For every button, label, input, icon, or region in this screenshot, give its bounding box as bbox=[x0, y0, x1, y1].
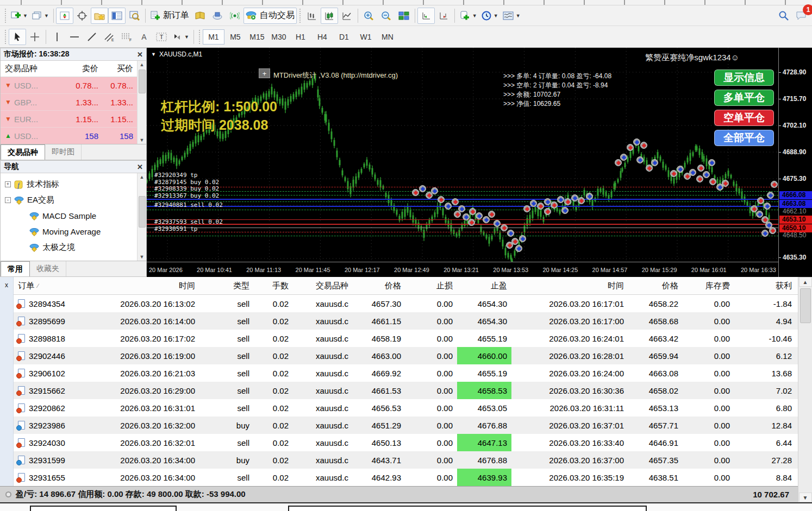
order-row-32923986[interactable]: 329239862026.03.20 16:32:00buy0.02xauusd… bbox=[14, 417, 798, 434]
timeframe-w1-button[interactable]: W1 bbox=[355, 29, 377, 45]
market-watch-row[interactable]: ▼GBP...1.33...1.33... bbox=[1, 94, 146, 111]
market-watch-tab[interactable]: 即时图 bbox=[45, 144, 82, 160]
market-watch-col-1[interactable]: 卖价 bbox=[59, 64, 98, 74]
timeframe-m15-button[interactable]: M15 bbox=[246, 29, 268, 45]
terminal-close-icon[interactable]: x bbox=[5, 281, 8, 289]
order-row-32894354[interactable]: 328943542026.03.20 16:13:02sell0.02xauus… bbox=[14, 295, 798, 312]
trendline-button[interactable] bbox=[83, 29, 101, 45]
line-chart-button[interactable] bbox=[338, 8, 355, 24]
profiles-button[interactable]: ▼ bbox=[30, 8, 51, 24]
timeframe-h4-button[interactable]: H4 bbox=[311, 29, 333, 45]
orders-col-header[interactable]: 价格 bbox=[628, 277, 683, 294]
text-button[interactable]: A bbox=[135, 29, 153, 45]
navigator-item-技术指标[interactable]: +f技术指标 bbox=[1, 176, 146, 192]
collapse-triangle-icon[interactable]: ▼ bbox=[151, 52, 156, 57]
market-watch-toggle-button[interactable] bbox=[108, 8, 126, 24]
bar-chart-button[interactable] bbox=[303, 8, 321, 24]
ea-button-全部平仓[interactable]: 全部平仓 bbox=[714, 130, 774, 146]
order-row-32902446[interactable]: 329024462026.03.20 16:19:00sell0.02xauus… bbox=[14, 347, 798, 364]
text-label-button[interactable]: T bbox=[153, 29, 170, 45]
scroll-up-icon[interactable]: ▲ bbox=[140, 62, 145, 67]
indicator-plus-button[interactable]: + bbox=[259, 68, 270, 78]
market-watch-row[interactable]: ▼EUR...1.15...1.15... bbox=[1, 111, 146, 128]
order-row-32920862[interactable]: 329208622026.03.20 16:31:01sell0.02xauus… bbox=[14, 399, 798, 417]
scroll-down-icon[interactable]: ▼ bbox=[140, 254, 145, 260]
fibonacci-button[interactable]: F bbox=[118, 29, 135, 45]
templates-button[interactable]: ▼ bbox=[501, 8, 523, 24]
symbols-button[interactable] bbox=[56, 8, 73, 24]
orders-scrollbar[interactable]: ▲ ▼ bbox=[798, 277, 812, 502]
market-watch-col-0[interactable]: 交易品种 bbox=[1, 64, 59, 74]
orders-col-header[interactable]: 订单∕ bbox=[14, 277, 84, 294]
indicators-button[interactable]: ▼ bbox=[457, 8, 479, 24]
cloud-button[interactable] bbox=[209, 8, 226, 24]
orders-col-header[interactable]: 止损 bbox=[405, 277, 457, 294]
new-chart-button[interactable]: ▼ bbox=[9, 8, 30, 24]
new-order-button[interactable]: 新订单 bbox=[148, 8, 191, 24]
timeframe-m1-button[interactable]: M1 bbox=[203, 29, 224, 45]
navigator-item-ea交易[interactable]: -EA交易 bbox=[1, 192, 146, 208]
chart-shift-button[interactable] bbox=[435, 8, 452, 24]
market-watch-scrollbar[interactable]: ▲ ▼ bbox=[137, 61, 146, 144]
orders-col-header[interactable]: 手数 bbox=[254, 277, 293, 294]
order-row-32898818[interactable]: 328988182026.03.20 16:17:02sell0.02xauus… bbox=[14, 330, 798, 347]
auto-trading-button[interactable]: 自动交易 bbox=[243, 8, 297, 24]
crosshair-tool-button[interactable] bbox=[26, 29, 43, 45]
timeframe-d1-button[interactable]: D1 bbox=[333, 29, 355, 45]
orders-col-header[interactable]: 价格 bbox=[353, 277, 405, 294]
timeframe-m5-button[interactable]: M5 bbox=[224, 29, 246, 45]
arrows-button[interactable]: ▼ bbox=[170, 29, 191, 45]
market-watch-close-icon[interactable]: ✕ bbox=[137, 51, 143, 59]
cursor-button[interactable] bbox=[9, 29, 26, 45]
navigator-tab[interactable]: 常用 bbox=[1, 261, 30, 276]
data-window-button[interactable] bbox=[126, 8, 143, 24]
scroll-down-icon[interactable]: ▼ bbox=[140, 137, 145, 143]
navigator-item-moving-average[interactable]: Moving Average bbox=[1, 224, 146, 239]
search-button[interactable] bbox=[775, 8, 792, 24]
navigator-item-macd-sample[interactable]: MACD Sample bbox=[1, 208, 146, 224]
price-axis[interactable]: 4728.904715.704702.104688.904675.304635.… bbox=[778, 48, 812, 277]
timeframe-h1-button[interactable]: H1 bbox=[290, 29, 311, 45]
orders-col-header[interactable]: 库存费 bbox=[683, 277, 734, 294]
favorites-button[interactable] bbox=[91, 8, 108, 24]
order-row-32915662[interactable]: 329156622026.03.20 16:29:00sell0.02xauus… bbox=[14, 382, 798, 399]
navigator-tab[interactable]: 收藏夹 bbox=[30, 261, 66, 276]
market-watch-tab[interactable]: 交易品种 bbox=[1, 144, 45, 160]
orders-col-header[interactable]: 交易品种 bbox=[293, 277, 353, 294]
market-watch-col-2[interactable]: 买价 bbox=[98, 64, 135, 74]
scroll-down-icon[interactable]: ▼ bbox=[799, 493, 812, 502]
order-row-32906102[interactable]: 329061022026.03.20 16:21:03sell0.02xauus… bbox=[14, 364, 798, 382]
timeframe-mn-button[interactable]: MN bbox=[377, 29, 398, 45]
zoom-in-button[interactable] bbox=[360, 8, 378, 24]
orders-col-header[interactable]: 获利 bbox=[734, 277, 796, 294]
hline-button[interactable] bbox=[66, 29, 83, 45]
toolbar-drag-handle[interactable] bbox=[4, 9, 7, 23]
signals-button[interactable] bbox=[226, 8, 243, 24]
order-row-32931599[interactable]: 329315992026.03.20 16:34:00buy0.02xauusd… bbox=[14, 451, 798, 469]
navigator-item-太极之境[interactable]: 太极之境 bbox=[1, 239, 146, 255]
timeframe-m30-button[interactable]: M30 bbox=[268, 29, 290, 45]
channel-button[interactable]: E bbox=[101, 29, 118, 45]
periods-button[interactable]: ▼ bbox=[479, 8, 501, 24]
orders-col-header[interactable]: 止盈 bbox=[457, 277, 511, 294]
candlestick-button[interactable] bbox=[321, 8, 338, 24]
zoom-out-button[interactable] bbox=[378, 8, 395, 24]
navigator-scrollbar[interactable]: ▲ ▼ bbox=[137, 173, 146, 261]
market-watch-row[interactable]: ▲USD...158158 bbox=[1, 128, 146, 144]
tile-windows-button[interactable] bbox=[395, 8, 413, 24]
tree-expander-icon[interactable]: - bbox=[5, 197, 11, 203]
orders-col-header[interactable]: 类型 bbox=[199, 277, 254, 294]
order-row-32895699[interactable]: 328956992026.03.20 16:14:00sell0.02xauus… bbox=[14, 312, 798, 330]
vline-button[interactable] bbox=[48, 29, 66, 45]
experts-log-button[interactable] bbox=[191, 8, 209, 24]
market-watch-row[interactable]: ▼USD...0.78...0.78... bbox=[1, 77, 146, 94]
order-row-32931655[interactable]: 329316552026.03.20 16:34:00sell0.02xauus… bbox=[14, 469, 798, 486]
scroll-up-icon[interactable]: ▲ bbox=[140, 174, 145, 180]
crosshair-button[interactable] bbox=[73, 8, 91, 24]
navigator-close-icon[interactable]: ✕ bbox=[137, 163, 143, 171]
scroll-up-icon[interactable]: ▲ bbox=[799, 277, 812, 287]
order-row-32924030[interactable]: 329240302026.03.20 16:32:01sell0.02xauus… bbox=[14, 434, 798, 451]
ea-button-多单平仓[interactable]: 多单平仓 bbox=[714, 90, 774, 106]
ea-button-显示信息[interactable]: 显示信息 bbox=[714, 70, 774, 86]
tree-expander-icon[interactable]: + bbox=[5, 181, 11, 187]
